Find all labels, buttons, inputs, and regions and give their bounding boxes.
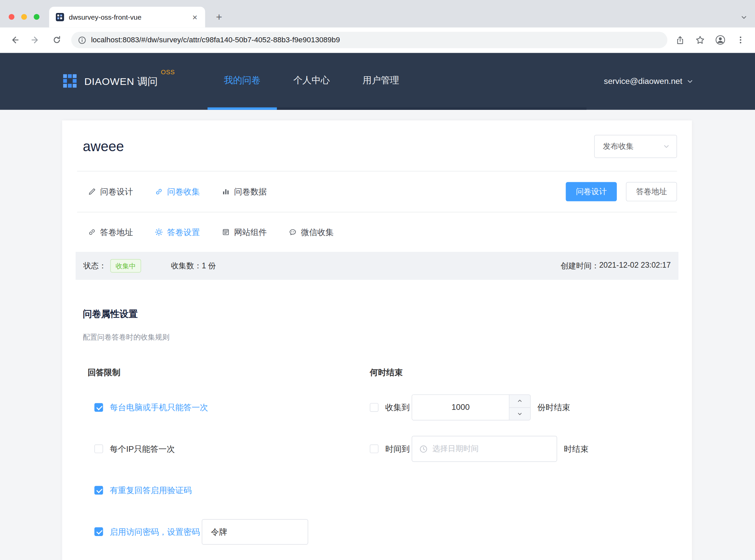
gear-icon bbox=[155, 228, 163, 236]
brand-logo-icon bbox=[63, 74, 77, 88]
account-menu[interactable]: service@diaowen.net bbox=[604, 53, 693, 110]
chevron-down-icon bbox=[663, 143, 670, 150]
end-when-column: 何时结束 收集到 bbox=[363, 367, 677, 552]
browser-tab[interactable]: dwsurvey-oss-front-vue × bbox=[49, 7, 205, 27]
collect-to-checkbox[interactable] bbox=[370, 403, 379, 412]
browser-menu-icon[interactable] bbox=[734, 33, 747, 47]
option-row-collect-to: 收集到 bbox=[370, 386, 677, 428]
option-row-time-to: 时间到 时结束 bbox=[370, 428, 677, 469]
new-tab-button[interactable]: + bbox=[212, 10, 226, 24]
created-time-label: 创建时间： bbox=[560, 261, 599, 271]
tab-actions: 问卷设计 答卷地址 bbox=[566, 182, 677, 201]
tab-survey-collect[interactable]: 问卷收集 bbox=[155, 186, 200, 197]
toolbar-actions bbox=[673, 33, 747, 47]
settings-subheading: 配置问卷答卷时的收集规则 bbox=[83, 333, 677, 342]
secondary-tabs: 答卷地址 答卷设置 网站组件 bbox=[62, 213, 692, 252]
tab-site-widget[interactable]: 网站组件 bbox=[222, 227, 267, 238]
option-label[interactable]: 有重复回答启用验证码 bbox=[110, 485, 192, 496]
bar-chart-icon bbox=[222, 188, 230, 196]
nav-item-user-management[interactable]: 用户管理 bbox=[346, 53, 415, 107]
back-button[interactable] bbox=[8, 33, 21, 47]
site-favicon-icon bbox=[56, 13, 64, 21]
survey-design-button[interactable]: 问卷设计 bbox=[566, 182, 617, 201]
title-row: aweee 发布收集 bbox=[62, 121, 692, 158]
minimize-window-button[interactable] bbox=[21, 14, 27, 20]
tab-answer-address[interactable]: 答卷地址 bbox=[88, 227, 133, 238]
chevron-down-icon bbox=[687, 78, 693, 84]
url-text[interactable]: localhost:8083/#/dw/survey/c/attr/c98fa1… bbox=[91, 36, 340, 44]
tab-label: 微信收集 bbox=[301, 227, 333, 238]
tab-close-icon[interactable]: × bbox=[190, 12, 199, 22]
time-to-checkbox[interactable] bbox=[370, 444, 379, 453]
share-icon[interactable] bbox=[673, 33, 687, 47]
forward-button[interactable] bbox=[29, 33, 43, 47]
tab-survey-design[interactable]: 问卷设计 bbox=[88, 186, 133, 197]
status-label: 状态： bbox=[83, 261, 106, 271]
stepper-down-button[interactable] bbox=[509, 407, 530, 420]
window-controls bbox=[0, 14, 40, 28]
screen: dwsurvey-oss-front-vue × + localhost:808… bbox=[0, 0, 755, 560]
created-time: 创建时间： 2021-12-02 23:02:17 bbox=[560, 261, 671, 271]
option-label[interactable]: 每个IP只能答一次 bbox=[110, 443, 175, 454]
option-label[interactable]: 每台电脑或手机只能答一次 bbox=[110, 402, 208, 413]
collect-to-suffix: 份时结束 bbox=[537, 402, 570, 413]
nav-item-label: 个人中心 bbox=[293, 74, 330, 86]
collect-count: 收集数： 1 份 bbox=[171, 261, 216, 271]
access-password-input[interactable] bbox=[202, 519, 308, 545]
address-bar[interactable]: localhost:8083/#/dw/survey/c/attr/c98fa1… bbox=[71, 32, 668, 48]
tab-wechat-collect[interactable]: 微信收集 bbox=[289, 227, 334, 238]
wechat-icon bbox=[289, 228, 297, 236]
link-icon bbox=[155, 188, 163, 196]
brand[interactable]: DIAOWEN 调问 OSS bbox=[63, 53, 207, 110]
brand-badge: OSS bbox=[161, 68, 175, 76]
select-value: 发布收集 bbox=[603, 141, 634, 152]
end-datetime-input[interactable] bbox=[432, 444, 549, 453]
tab-label: 问卷数据 bbox=[234, 186, 267, 197]
stepper-controls bbox=[509, 395, 530, 420]
primary-tabs: 问卷设计 问卷收集 问卷数据 问卷设计 答卷地址 bbox=[62, 172, 692, 212]
time-to-suffix: 时结束 bbox=[564, 443, 589, 454]
option-label[interactable]: 收集到 bbox=[385, 402, 410, 413]
collect-count-input[interactable] bbox=[412, 395, 509, 420]
option-label[interactable]: 时间到 bbox=[385, 443, 410, 454]
browser-toolbar: localhost:8083/#/dw/survey/c/attr/c98fa1… bbox=[0, 27, 755, 53]
end-datetime-picker[interactable] bbox=[412, 436, 557, 462]
nav-item-label: 我的问卷 bbox=[224, 74, 261, 86]
clock-icon bbox=[420, 445, 428, 453]
settings-heading: 问卷属性设置 bbox=[83, 308, 677, 320]
site-info-icon[interactable] bbox=[78, 36, 86, 44]
answer-limit-rows: 每台电脑或手机只能答一次 每个IP只能答一次 有重复回答启用验证码 启 bbox=[87, 386, 363, 552]
status-bar: 状态： 收集中 收集数： 1 份 创建时间： 2021-12-02 23:02:… bbox=[76, 252, 678, 280]
device-once-checkbox[interactable] bbox=[95, 403, 103, 412]
bookmark-star-icon[interactable] bbox=[693, 33, 707, 47]
zoom-window-button[interactable] bbox=[34, 14, 39, 20]
app-header: DIAOWEN 调问 OSS 我的问卷 个人中心 用户管理 service@di… bbox=[0, 53, 755, 110]
tab-label: 答卷地址 bbox=[100, 227, 133, 238]
captcha-checkbox[interactable] bbox=[95, 486, 103, 495]
collect-count-stepper bbox=[412, 395, 531, 420]
close-window-button[interactable] bbox=[9, 14, 14, 20]
stepper-up-button[interactable] bbox=[509, 395, 530, 407]
tab-search-chevron-icon[interactable] bbox=[741, 14, 747, 21]
option-label[interactable]: 启用访问密码，设置密码 bbox=[110, 526, 200, 537]
brand-name: DIAOWEN 调问 bbox=[84, 75, 158, 88]
widget-icon bbox=[222, 228, 230, 236]
profile-avatar-icon[interactable] bbox=[714, 33, 727, 47]
nav-item-personal-center[interactable]: 个人中心 bbox=[277, 53, 346, 107]
nav-item-my-surveys[interactable]: 我的问卷 bbox=[207, 53, 277, 107]
main-nav: 我的问卷 个人中心 用户管理 bbox=[207, 53, 586, 110]
ip-once-checkbox[interactable] bbox=[95, 444, 103, 453]
end-when-rows: 收集到 bbox=[370, 386, 677, 469]
link-icon bbox=[88, 228, 96, 236]
reload-button[interactable] bbox=[50, 33, 64, 47]
tab-survey-data[interactable]: 问卷数据 bbox=[222, 186, 267, 197]
publish-collect-select[interactable]: 发布收集 bbox=[594, 135, 677, 158]
created-time-value: 2021-12-02 23:02:17 bbox=[599, 261, 671, 271]
status-badge: 收集中 bbox=[110, 259, 141, 273]
tab-answer-settings[interactable]: 答卷设置 bbox=[155, 227, 200, 238]
password-checkbox[interactable] bbox=[95, 527, 103, 536]
survey-card: aweee 发布收集 问卷设计 bbox=[62, 121, 692, 560]
tab-label: 问卷收集 bbox=[167, 186, 200, 197]
answer-address-button[interactable]: 答卷地址 bbox=[626, 182, 677, 201]
tab-title: dwsurvey-oss-front-vue bbox=[69, 13, 190, 21]
